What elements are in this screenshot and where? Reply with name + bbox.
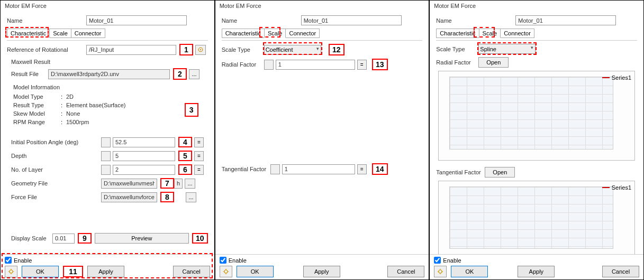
settings-button[interactable] [220,266,232,277]
tab-scale[interactable]: Scale [49,29,71,38]
skew-model-value: None [66,110,80,117]
apply-button[interactable]: Apply [87,266,124,277]
name-input[interactable] [515,15,616,25]
radial-lock-button[interactable] [264,60,274,70]
callout-5: 5 [178,151,192,161]
tab-characteristic[interactable]: Characteristic [222,29,265,38]
scale-type-label: Scale Type [222,46,264,53]
cancel-button[interactable]: Cancel [387,266,424,277]
ok-button[interactable]: OK [237,266,274,277]
geom-file-input[interactable] [101,179,157,189]
layers-expr-button[interactable]: = [194,165,204,175]
ref-rotational-input[interactable] [86,45,176,55]
cancel-button[interactable]: Cancel [173,266,210,277]
apply-button[interactable]: Apply [303,266,340,277]
tab-characteristic[interactable]: Characteristic [436,29,479,38]
enable-checkbox[interactable] [220,257,226,264]
result-file-input[interactable] [48,69,170,79]
ipa-expr-button[interactable]: = [194,137,204,147]
gear-icon [8,268,14,275]
chart-grid [449,77,613,150]
callout-6: 6 [178,164,192,175]
ref-rotational-pick-button[interactable] [195,45,206,55]
rpm-range-label: RPM Range [13,119,61,125]
layers-input[interactable] [113,165,175,175]
radial-factor-input[interactable] [276,60,355,70]
cancel-button[interactable]: Cancel [602,266,639,277]
scale-type-select[interactable] [264,45,321,55]
callout-7: 7 [160,178,174,189]
preview-button[interactable]: Preview [95,233,189,244]
tangential-lock-button[interactable] [270,164,280,174]
callout-10: 10 [192,233,208,244]
radial-open-button[interactable]: Open [478,57,509,68]
window-title: Motor EM Force [1,1,214,11]
layers-lock-button[interactable] [101,165,111,175]
enable-label: Enable [229,257,247,264]
radial-chart: Series1 [438,71,635,161]
name-input[interactable] [301,15,402,25]
scale-type-select[interactable] [478,44,536,54]
radial-factor-label: Radial Factor [222,61,264,68]
panel-scale-coefficient: Motor EM Force Name Characteristic Scale… [215,0,430,280]
window-title: Motor EM Force [215,1,429,11]
enable-checkbox[interactable] [434,257,441,264]
geom-file-browse-button[interactable]: ... [185,179,195,189]
geom-file-suffix [174,179,183,189]
ipa-input[interactable] [113,137,175,147]
callout-13: 13 [372,59,388,70]
footer: Enable OK Apply Cancel [430,254,643,279]
enable-checkbox[interactable] [5,257,12,264]
tab-connector[interactable]: Connector [71,29,105,38]
svg-point-4 [439,270,442,273]
legend-line-icon [602,187,610,188]
settings-button[interactable] [5,266,17,277]
maxwell-result-title: Maxwell Result [11,59,208,65]
display-scale-label: Display Scale [11,235,52,241]
result-file-label: Result File [11,71,48,77]
chart-grid [449,186,613,249]
callout-9: 9 [78,233,92,244]
tangential-expr-button[interactable]: = [357,164,367,174]
name-label: Name [222,17,301,24]
tab-connector[interactable]: Connector [500,29,534,38]
ipa-lock-button[interactable] [101,137,111,147]
force-file-browse-button[interactable]: ... [186,192,196,202]
svg-point-1 [200,49,201,50]
gear-icon [437,268,443,275]
display-scale-input[interactable] [52,234,75,244]
scale-type-label: Scale Type [436,46,478,52]
target-icon [197,46,204,53]
tab-connector[interactable]: Connector [285,29,320,38]
depth-input[interactable] [113,151,175,161]
settings-button[interactable] [434,266,447,277]
radial-expr-button[interactable]: = [357,60,367,70]
force-file-input[interactable] [101,192,157,202]
svg-point-2 [10,270,13,273]
window-title: Motor EM Force [430,1,643,11]
callout-11: 11 [63,266,83,277]
tangential-open-button[interactable]: Open [485,167,515,178]
result-file-browse-button[interactable]: ... [189,69,199,79]
callout-2: 2 [173,68,187,80]
ok-button[interactable]: OK [451,266,488,277]
tab-scale[interactable]: Scale [264,29,286,38]
gear-icon [223,268,229,275]
depth-expr-button[interactable]: = [194,151,204,161]
result-type-value: Element base(Surface) [66,102,126,108]
enable-label: Enable [14,257,32,264]
radial-factor-label: Radial Factor [436,59,478,66]
callout-14: 14 [372,163,388,175]
callout-12: 12 [329,44,344,55]
chart-legend: Series1 [602,184,631,191]
tab-characteristic[interactable]: Characteristic [7,29,50,38]
tangential-factor-input[interactable] [282,164,355,174]
name-input[interactable] [86,15,187,25]
apply-button[interactable]: Apply [518,266,555,277]
rpm-range-value: 1500rpm [66,119,89,125]
callout-4: 4 [178,137,192,147]
ok-button[interactable]: OK [22,266,59,277]
legend-line-icon [602,77,610,78]
depth-lock-button[interactable] [101,151,111,161]
tab-scale[interactable]: Scale [479,29,501,38]
